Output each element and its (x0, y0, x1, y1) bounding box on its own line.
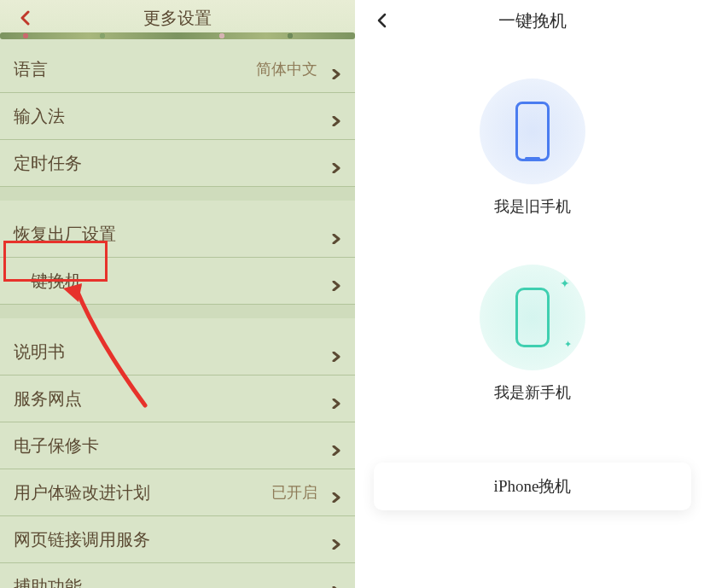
new-phone-icon: ✦ ✦ (480, 265, 585, 370)
back-button[interactable] (365, 0, 399, 41)
transfer-screen: 一键挽机 我是旧手机 ✦ ✦ 我是新手机 iPhone挽机 (355, 0, 710, 588)
chevron-right-icon (331, 111, 341, 121)
iphone-transfer-label: iPhone挽机 (494, 475, 572, 498)
chevron-right-icon (331, 346, 341, 357)
settings-row[interactable]: 一键挽机 (0, 258, 355, 305)
transfer-header: 一键挽机 (355, 0, 710, 41)
chevron-right-icon (331, 276, 341, 286)
sparkle-icon: ✦ (560, 277, 570, 291)
row-label: 语言 (14, 58, 48, 81)
chevron-right-icon (331, 229, 341, 239)
sparkle-icon: ✦ (564, 339, 572, 350)
chevron-right-icon (331, 158, 341, 168)
chevron-left-icon (18, 10, 33, 26)
row-label: 电子保修卡 (14, 434, 99, 457)
row-label: 输入法 (14, 105, 65, 128)
settings-row[interactable]: 恢复出厂设置 (0, 211, 355, 258)
settings-row[interactable]: 捕助功能 (0, 563, 355, 588)
old-phone-icon (480, 79, 585, 184)
chevron-right-icon (331, 487, 341, 498)
settings-row[interactable]: 语言简体中文 (0, 46, 355, 93)
settings-row[interactable]: 电子保修卡 (0, 422, 355, 469)
row-label: 恢复出厂设置 (14, 223, 116, 246)
settings-list: 语言简体中文输入法定时任务恢复出厂设置一键挽机说明书服务网点电子保修卡用户体验改… (0, 46, 355, 588)
iphone-transfer-button[interactable]: iPhone挽机 (374, 463, 691, 510)
old-phone-option[interactable]: 我是旧手机 (355, 79, 710, 217)
settings-row[interactable]: 定时任务 (0, 140, 355, 187)
chevron-left-icon (375, 13, 390, 28)
row-label: 定时任务 (14, 152, 82, 175)
settings-title: 更多设置 (143, 7, 212, 30)
transfer-title: 一键挽机 (498, 9, 567, 32)
old-phone-label: 我是旧手机 (494, 196, 571, 217)
new-phone-label: 我是新手机 (494, 382, 571, 403)
row-value: 简体中文 (256, 59, 317, 79)
chevron-right-icon (331, 393, 341, 404)
row-label: 服务网点 (14, 387, 82, 410)
chevron-right-icon (331, 581, 341, 588)
new-phone-option[interactable]: ✦ ✦ 我是新手机 (355, 265, 710, 403)
settings-header: 更多设置 (0, 0, 355, 36)
settings-row[interactable]: 网页链接调用服务 (0, 516, 355, 563)
settings-row[interactable]: 服务网点 (0, 376, 355, 422)
back-button[interactable] (9, 0, 43, 36)
chevron-right-icon (331, 440, 341, 451)
chevron-right-icon (331, 64, 341, 74)
row-label: 网页链接调用服务 (14, 528, 150, 551)
settings-row[interactable]: 说明书 (0, 329, 355, 376)
chevron-right-icon (331, 534, 341, 544)
row-label: 说明书 (14, 341, 65, 364)
row-value: 已开启 (271, 482, 317, 503)
settings-row[interactable]: 输入法 (0, 93, 355, 140)
row-label: 一键挽机 (14, 270, 82, 293)
row-label: 用户体验改进计划 (14, 481, 150, 504)
settings-row[interactable]: 用户体验改进计划已开启 (0, 469, 355, 516)
settings-screen: 更多设置 语言简体中文输入法定时任务恢复出厂设置一键挽机说明书服务网点电子保修卡… (0, 0, 355, 588)
row-label: 捕助功能 (14, 575, 82, 589)
